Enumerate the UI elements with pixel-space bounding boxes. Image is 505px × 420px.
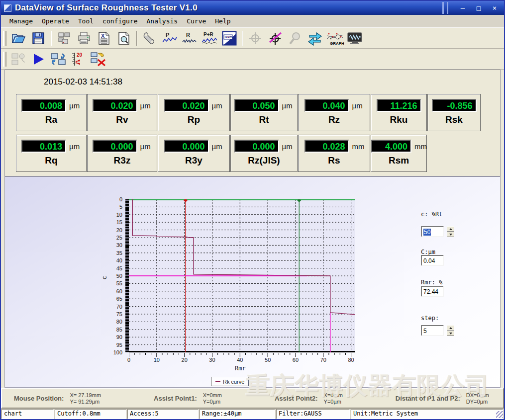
step-input[interactable]: 5 bbox=[421, 325, 444, 336]
menu-operate[interactable]: Operate bbox=[37, 16, 74, 26]
parameter-label: R3z bbox=[88, 155, 157, 166]
lcd-display: 0.000 bbox=[164, 140, 209, 153]
print-preview-button[interactable] bbox=[114, 29, 134, 48]
sync-data-button[interactable] bbox=[48, 50, 68, 69]
minimize-button[interactable]: – bbox=[458, 4, 467, 12]
crosshair-cancel-button[interactable] bbox=[265, 29, 285, 48]
crosshair-button[interactable] bbox=[245, 29, 265, 48]
c-percent-input[interactable]: 50 bbox=[421, 226, 444, 237]
spin-down-button[interactable] bbox=[447, 331, 454, 336]
spin-down-button[interactable] bbox=[447, 232, 454, 237]
x-axis-title: Rmr bbox=[235, 365, 246, 372]
assist1-y-value: Y=0µm bbox=[203, 399, 222, 405]
close-button[interactable]: × bbox=[490, 4, 499, 12]
menu-manage[interactable]: Manage bbox=[5, 16, 37, 26]
c-um-input[interactable]: 0.04 bbox=[421, 255, 444, 266]
y-tick-label: 40 bbox=[107, 257, 122, 263]
unit-label: µm bbox=[282, 101, 294, 110]
svg-text:X: X bbox=[101, 33, 105, 39]
oscilloscope-button[interactable] bbox=[345, 29, 365, 48]
spin-up-button[interactable] bbox=[447, 325, 454, 331]
title-bar: DataView of Surface Roughness Tester V1.… bbox=[1, 1, 504, 15]
measure-ra: 0.008µm Ra bbox=[16, 94, 87, 131]
lcd-display: 4.000 bbox=[371, 140, 411, 153]
parameter-label: Ra bbox=[16, 114, 86, 125]
lcd-display: 0.020 bbox=[164, 99, 209, 112]
r-profile-button[interactable]: R bbox=[180, 29, 200, 48]
y-axis-ruler bbox=[125, 199, 129, 352]
p1-p2-distance-group: Distant of P1 and P2: DX=0mm DY=0µm bbox=[396, 392, 489, 405]
parameter-label: Rt bbox=[231, 114, 297, 125]
y-tick-label: 0 bbox=[107, 196, 122, 202]
parameter-label: Rsk bbox=[428, 114, 480, 125]
y-tick-label: 10 bbox=[107, 212, 122, 218]
menu-configure[interactable]: configure bbox=[98, 16, 142, 26]
step-spinner bbox=[447, 325, 454, 336]
rk-curve-plot[interactable] bbox=[125, 199, 355, 352]
x-tick-label: 40 bbox=[233, 357, 246, 363]
parameter-label: Rp bbox=[158, 114, 229, 125]
toolbar-separator bbox=[136, 31, 137, 46]
toolbar-drag-handle[interactable] bbox=[3, 31, 6, 46]
plot-canvas[interactable] bbox=[129, 199, 355, 352]
zoom-button[interactable] bbox=[285, 29, 305, 48]
measurement-timestamp: 2015-02-03 14:51:38 bbox=[44, 77, 122, 87]
parameter-label: Rv bbox=[88, 114, 157, 125]
swap-arrows-button[interactable] bbox=[305, 29, 325, 48]
rmr-input[interactable]: 72.44 bbox=[421, 286, 444, 297]
rkmr-curve-button[interactable]: Rkmr bbox=[219, 29, 239, 48]
assist1-x-value: X=0mm bbox=[203, 392, 222, 398]
c-percent-label: c: %Rt bbox=[421, 211, 442, 218]
print-button[interactable] bbox=[74, 29, 94, 48]
lcd-display: 11.216 bbox=[377, 99, 421, 112]
measure-rp: 0.020µm Rp bbox=[158, 94, 230, 131]
maximize-button[interactable]: □ bbox=[474, 4, 483, 12]
measure-rs: 0.028mm Rs bbox=[298, 135, 370, 172]
parameter-label: Rs bbox=[299, 155, 370, 166]
unit-label: µm bbox=[140, 142, 152, 151]
lcd-display: 0.050 bbox=[234, 99, 279, 112]
pr-profile-button[interactable]: P+R bbox=[200, 29, 219, 48]
parameter-label: Rku bbox=[371, 114, 426, 125]
mouse-x-value: X= 27.19mm bbox=[70, 392, 101, 398]
sample-length-button[interactable]: 20 bbox=[68, 50, 88, 69]
connect-device-button[interactable] bbox=[8, 50, 28, 69]
measure-rsk: -0.856 Rsk bbox=[427, 94, 481, 131]
step-label: step: bbox=[421, 315, 439, 322]
menu-curve[interactable]: Curve bbox=[182, 16, 210, 26]
status-filter: Filter:GAUSS bbox=[276, 409, 350, 419]
database-button[interactable] bbox=[54, 29, 74, 48]
graph-button[interactable]: GRAPH bbox=[325, 29, 345, 48]
save-file-button[interactable] bbox=[28, 29, 48, 48]
unit-label: µm bbox=[352, 101, 364, 110]
menu-bar: Manage Operate Tool configure Analysis C… bbox=[1, 15, 504, 27]
measurement-row-2: 0.013µm Rq 0.000µm R3z 0.000µm R3y 0.000… bbox=[16, 135, 427, 172]
menu-help[interactable]: Help bbox=[210, 16, 235, 26]
unit-label: mm bbox=[352, 142, 364, 151]
spin-up-button[interactable] bbox=[447, 226, 454, 232]
c-percent-spinner bbox=[447, 226, 454, 237]
open-file-button[interactable] bbox=[8, 29, 28, 48]
p-profile-button[interactable]: P bbox=[160, 29, 180, 48]
measurement-row-1: 0.008µm Ra 0.020µm Rv 0.020µm Rp 0.050µm… bbox=[16, 94, 481, 131]
distance-dy-value: DY=0µm bbox=[466, 399, 489, 405]
menu-tool[interactable]: Tool bbox=[74, 16, 98, 26]
measure-rzjis: 0.000µm Rz(JIS) bbox=[230, 135, 298, 172]
resize-grip[interactable] bbox=[496, 411, 503, 418]
y-tick-label: 85 bbox=[107, 327, 122, 333]
app-icon[interactable] bbox=[4, 4, 11, 12]
assist2-x-value: X=0mm bbox=[324, 392, 343, 398]
legend-line-swatch bbox=[215, 381, 220, 382]
export-excel-button[interactable]: X bbox=[94, 29, 114, 48]
menu-analysis[interactable]: Analysis bbox=[142, 16, 183, 26]
unit-label: µm bbox=[282, 142, 294, 151]
info-bar: Mouse Position: X= 27.19mm Y= 91.29µm As… bbox=[1, 388, 504, 409]
start-measure-button[interactable] bbox=[28, 50, 48, 69]
y-tick-label: 15 bbox=[107, 219, 122, 225]
settings-wrench-button[interactable] bbox=[140, 29, 160, 48]
measure-rsm: 4.000mm Rsm bbox=[371, 135, 427, 172]
title-decoration bbox=[442, 2, 448, 14]
toolbar-drag-handle[interactable] bbox=[3, 52, 6, 67]
disconnect-device-button[interactable] bbox=[88, 50, 108, 69]
distance-label: Distant of P1 and P2: bbox=[396, 395, 460, 402]
